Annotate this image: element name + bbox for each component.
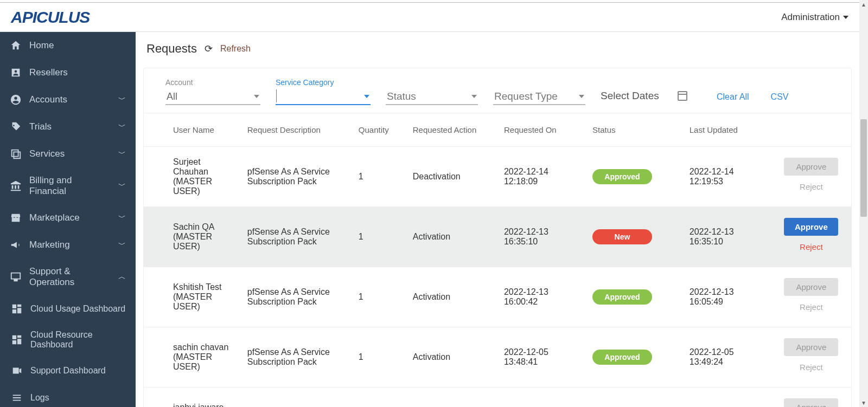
status-badge: New [592,229,652,244]
scrollbar-track[interactable]: ▲ ▼ [859,0,868,407]
approve-button[interactable]: Approve [784,398,838,407]
sidebar-item-services[interactable]: Services﹀ [0,140,136,167]
sidebar-item-trials[interactable]: Trials﹀ [0,113,136,140]
filter-dates: Select Dates [601,89,687,105]
dashboard-icon [11,303,23,315]
home-icon [10,40,22,51]
cell: 1 [352,387,406,408]
sidebar-item-label: Resellers [29,67,68,78]
megaphone-icon [10,239,22,251]
cell-actions: ApproveReject [771,207,851,267]
cell: 2022-12-1412:19:53 [683,147,771,207]
chevron-down-icon: ﹀ [118,181,126,191]
bank-icon [10,180,22,192]
sidebar-subitem-label: Logs [30,393,49,403]
scroll-up-arrow[interactable]: ▲ [859,0,868,9]
approve-button[interactable]: Approve [784,278,838,296]
sidebar-item-home[interactable]: Home [0,32,136,59]
clear-all-button[interactable]: Clear All [713,89,752,105]
cell: 1 [352,327,406,387]
table-row[interactable]: sachin chavan (MASTER USER)pfSense As A … [144,327,851,387]
sidebar-item-label: Services [29,148,65,159]
cell: Activation [406,327,497,387]
approve-button[interactable]: Approve [784,218,838,236]
sidebar-item-marketing[interactable]: Marketing﹀ [0,231,136,259]
column-header: User Name [144,113,241,147]
csv-export-button[interactable]: CSV [768,89,792,105]
cell-actions: ApproveReject [771,147,851,207]
cell: pfSense As A Service Subscription Pack [241,207,352,267]
dropdown-icon [471,95,477,98]
column-header: Quantity [352,113,406,147]
cell: Activation [406,267,497,327]
sidebar-subitem-cloud-usage-dashboard[interactable]: Cloud Usage Dashboard [0,295,136,322]
chevron-down-icon: ﹀ [118,213,126,223]
column-header: Request Description [241,113,352,147]
filter-request-type: Request Type [493,89,585,105]
monitor-icon [10,271,22,283]
refresh-button[interactable]: Refresh [220,44,251,54]
filter-service-category: Service Category [276,78,371,105]
approve-button[interactable]: Approve [784,158,838,176]
cell: sachin chavan (MASTER USER) [144,327,241,387]
filter-service-category-select[interactable] [276,89,371,105]
table-row[interactable]: Surjeet Chauhan (MASTER USER)pfSense As … [144,147,851,207]
filter-status-placeholder: Status [387,91,416,102]
video-icon [11,365,23,377]
filter-dates-placeholder: Select Dates [601,90,659,102]
table-row[interactable]: Kshitish Test (MASTER USER)pfSense As A … [144,267,851,327]
cell: Approved [586,147,683,207]
filter-request-type-select[interactable]: Request Type [493,89,585,105]
sidebar-item-label: Home [29,40,54,51]
reject-button[interactable]: Reject [784,358,838,376]
table-row[interactable]: janhvi jaware (MASTER USER)Amazon Web Se… [144,387,851,408]
cell: New [586,207,683,267]
user-circle-icon [10,94,22,106]
cell-actions: ApproveReject [771,327,851,387]
refresh-icon[interactable]: ⟳ [205,43,213,55]
calendar-icon [678,91,687,101]
sidebar-subitem-support-dashboard[interactable]: Support Dashboard [0,357,136,384]
sidebar-item-accounts[interactable]: Accounts﹀ [0,86,136,113]
cell: 1 [352,267,406,327]
reject-button[interactable]: Reject [784,298,838,316]
column-header: Requested Action [406,113,497,147]
scrollbar-thumb[interactable] [860,119,867,217]
column-header: Requested On [497,113,586,147]
page-title: Requests [146,42,197,56]
cell: pfSense As A Service Subscription Pack [241,147,352,207]
administration-label: Administration [781,12,840,23]
administration-menu[interactable]: Administration [781,12,848,23]
filters-row: Account All Service Category Status [144,68,851,113]
filter-request-type-placeholder: Request Type [494,91,558,102]
page-header: Requests ⟳ Refresh [136,32,859,63]
filter-status-select[interactable]: Status [386,89,478,105]
sidebar-item-marketplace[interactable]: Marketplace﹀ [0,204,136,231]
sidebar-subitem-logs[interactable]: Logs [0,384,136,407]
reject-button[interactable]: Reject [784,178,838,196]
cell: 2022-12-1316:35:10 [683,207,771,267]
sidebar-item-billing-and-financial[interactable]: Billing and Financial﹀ [0,167,136,204]
cell: 2022-12-1316:05:49 [683,267,771,327]
sidebar-item-resellers[interactable]: Resellers [0,59,136,86]
cell: 2022-12-0110:14:42 [683,387,771,408]
sidebar-subitem-cloud-resource-dashboard[interactable]: Cloud Resource Dashboard [0,322,136,357]
cell: 2022-12-0513:49:24 [683,327,771,387]
approve-button[interactable]: Approve [784,338,838,356]
cell-actions: ApproveReject [771,267,851,327]
column-header: Status [586,113,683,147]
sidebar-item-support-operations[interactable]: Support & Operations︿ [0,259,136,295]
sidebar-subitem-label: Support Dashboard [30,366,106,376]
cell: Sachin QA (MASTER USER) [144,207,241,267]
cell: Kshitish Test (MASTER USER) [144,267,241,327]
chevron-down-icon: ﹀ [118,149,126,159]
scroll-down-arrow[interactable]: ▼ [859,398,868,407]
cell-actions: ApproveReject [771,387,851,408]
cell: Approved [586,267,683,327]
filter-dates-picker[interactable]: Select Dates [601,89,687,105]
main-content: Requests ⟳ Refresh Account All Service C… [136,32,859,407]
filter-account-select[interactable]: All [165,89,260,105]
status-badge: Approved [592,169,652,184]
table-row[interactable]: Sachin QA (MASTER USER)pfSense As A Serv… [144,207,851,267]
reject-button[interactable]: Reject [784,238,838,256]
